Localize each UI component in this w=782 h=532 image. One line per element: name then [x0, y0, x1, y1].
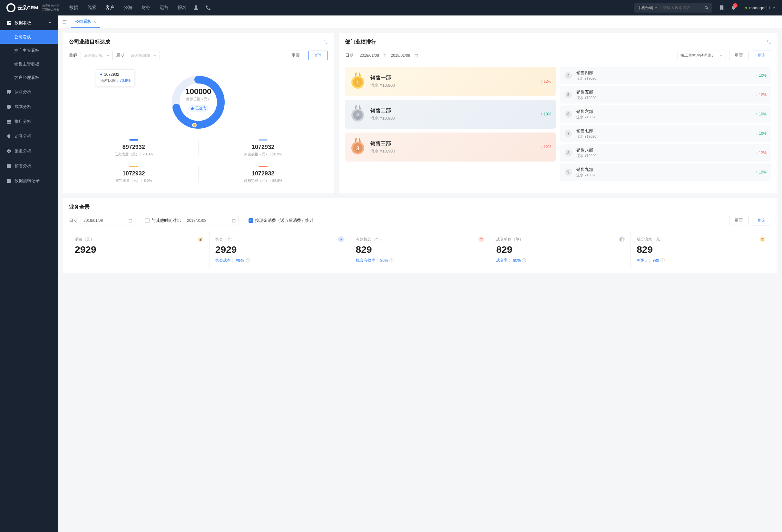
rank-number: 6	[565, 111, 572, 118]
chevron-down-icon	[154, 54, 157, 57]
sidebar-item[interactable]: 渠道分析	[0, 144, 58, 158]
compare-checkbox[interactable]: 与其他时间对比	[145, 218, 181, 223]
tab-close-icon[interactable]: ×	[94, 19, 96, 24]
user-icon[interactable]	[193, 5, 199, 11]
select-value: 按工单客户经理统计	[680, 53, 715, 58]
thumbs-up-icon	[191, 107, 194, 110]
menu-icon	[6, 90, 11, 95]
date-input-2[interactable]: 2018/01/08	[184, 216, 239, 225]
cash-checkbox[interactable]: 按现金消费（返点后消费）统计	[249, 218, 314, 223]
statby-select[interactable]: 按工单客户经理统计	[678, 50, 726, 60]
expand-icon[interactable]	[323, 40, 328, 44]
query-button[interactable]: 查询	[309, 50, 328, 60]
expand-icon[interactable]	[767, 40, 771, 44]
nav-item[interactable]: 客户	[105, 5, 114, 11]
help-icon[interactable]: ?	[246, 258, 250, 262]
nav-item[interactable]: 公海	[123, 5, 133, 11]
overview-card[interactable]: 机会（个） ✈ 2929机会成本：¥948?	[209, 232, 350, 268]
search-type-label: 手机号码	[638, 5, 653, 11]
sidebar-sub-item[interactable]: 推广主管看板	[0, 44, 58, 58]
rank-item[interactable]: 5 销售五部 流水 ¥19020 ↓ 12%	[560, 86, 771, 104]
sidebar-item[interactable]: 数据流转记录	[0, 174, 58, 188]
reset-button[interactable]: 重置	[729, 50, 748, 60]
nav-item[interactable]: 线索	[87, 5, 96, 11]
svg-point-2	[192, 123, 196, 127]
checkbox-label: 与其他时间对比	[151, 218, 181, 223]
calendar-icon	[232, 219, 236, 223]
sidebar-item[interactable]: 销售分析	[0, 158, 58, 174]
sidebar-item[interactable]: 推广分析	[0, 114, 58, 129]
nav-item[interactable]: 数据	[69, 5, 78, 11]
trend-indicator: ↑ 10%	[756, 112, 767, 116]
badge-text: 已达成	[196, 106, 206, 111]
sidebar-item-label: 漏斗分析	[14, 89, 31, 95]
chevron-down-icon	[107, 54, 110, 57]
date-range-input[interactable]: 2018/01/08 至 2018/01/08	[357, 50, 421, 60]
rank-card[interactable]: 2 销售二部 流水 ¥10,900 ↑ 10%	[345, 100, 556, 129]
stat-icon: 💰	[198, 236, 203, 242]
overview-label: 消费（元）	[75, 237, 94, 242]
rank-item[interactable]: 4 销售四部 流水 ¥19020 ↑ 10%	[560, 67, 771, 84]
reset-button[interactable]: 重置	[286, 50, 305, 60]
rank-item[interactable]: 7 销售七部 流水 ¥19020 ↑ 10%	[560, 125, 771, 142]
search-input[interactable]	[663, 5, 702, 10]
phone-icon[interactable]	[205, 5, 211, 11]
overview-card[interactable]: 成交流水（元） 💳 829ARPU：¥80?	[631, 232, 771, 268]
menu-icon	[6, 179, 11, 183]
sidebar-item[interactable]: 漏斗分析	[0, 84, 58, 99]
nav-item[interactable]: 运营	[159, 5, 169, 11]
sidebar-item[interactable]: 成本分析	[0, 99, 58, 114]
sidebar-sub-item[interactable]: 客户经理看板	[0, 71, 58, 84]
stat-icon: 💳	[759, 236, 765, 242]
hamburger-icon[interactable]	[62, 19, 67, 25]
notification-bell[interactable]: 5	[731, 4, 736, 11]
overview-card[interactable]: 消费（元） 💰 2929	[69, 232, 209, 268]
donut-total: 100000	[185, 87, 211, 96]
overview-card[interactable]: 成交单数（单） 📋 829成交率：80%?	[490, 232, 631, 268]
help-icon[interactable]: ?	[522, 258, 526, 262]
calendar-icon	[414, 54, 418, 58]
rank-number: 7	[565, 130, 572, 137]
help-icon[interactable]: ?	[661, 258, 665, 262]
sidebar-group-dashboard[interactable]: 数据看板	[0, 15, 58, 30]
rank-card[interactable]: 1 销售一部 流水 ¥10,900 ↓ 12%	[345, 67, 556, 96]
query-button[interactable]: 查询	[752, 50, 771, 60]
stat-desc: 应完成量（元）8.9%	[69, 178, 198, 183]
search-type-select[interactable]: 手机号码	[638, 5, 661, 11]
rank-item[interactable]: 6 销售六部 流水 ¥19020 ↑ 10%	[560, 105, 771, 123]
stat-icon: ✈	[338, 236, 344, 242]
chevron-down-icon	[654, 6, 657, 9]
search-icon[interactable]	[704, 5, 709, 10]
help-icon[interactable]: ?	[389, 258, 394, 262]
top-icons: 5 manager11	[719, 4, 776, 11]
user-menu[interactable]: manager11	[745, 5, 776, 10]
rank-number: 8	[565, 149, 572, 156]
sidebar-sub-item[interactable]: 公司看板	[0, 30, 58, 44]
overview-number: 2929	[215, 244, 344, 255]
date-input-1[interactable]: 2018/01/08	[80, 216, 135, 225]
mobile-icon[interactable]	[719, 5, 724, 11]
overview-card[interactable]: 有效机会（个） 🛡 829机会有效率：80%?	[350, 232, 490, 268]
nav-item[interactable]: 财务	[142, 5, 150, 11]
tab-company-dashboard[interactable]: 公司看板 ×	[71, 16, 100, 28]
rank-card[interactable]: 3 销售三部 流水 ¥10,900 ↓ 12%	[345, 133, 556, 162]
date-value: 2018/01/08	[83, 218, 103, 223]
overview-sub: 成交率：80%?	[496, 258, 625, 263]
sidebar-item[interactable]: 访客分析	[0, 129, 58, 144]
rank-value: 流水 ¥10,900	[370, 148, 536, 154]
nav-item[interactable]: 报名	[178, 5, 187, 11]
period-select[interactable]: 请选择周期	[128, 50, 160, 60]
rank-item[interactable]: 9 销售九部 流水 ¥19020 ↑ 10%	[560, 164, 771, 181]
query-button[interactable]: 查询	[752, 216, 771, 225]
notification-badge: 5	[733, 3, 738, 8]
target-select[interactable]: 请选择目标	[80, 50, 113, 60]
trend-indicator: ↑ 10%	[756, 131, 767, 136]
calendar-icon	[128, 219, 133, 223]
tooltip-value: 1072932	[104, 72, 119, 77]
logo[interactable]: 云朵CRM 教育机构一站 式服务云平台	[6, 3, 60, 12]
reset-button[interactable]: 重置	[729, 216, 748, 225]
overview-number: 829	[496, 244, 625, 255]
medal-icon: 1	[350, 73, 366, 90]
sidebar-sub-item[interactable]: 销售主管看板	[0, 58, 58, 71]
rank-item[interactable]: 8 销售八部 流水 ¥19020 ↓ 12%	[560, 144, 771, 162]
